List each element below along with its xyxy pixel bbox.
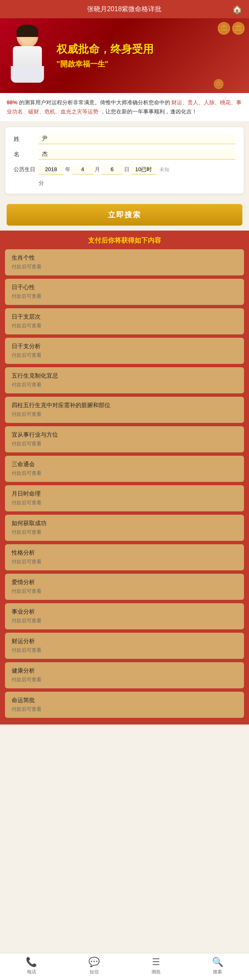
banner-image (7, 25, 52, 87)
content-item-subtitle: 付款后可查看 (12, 647, 237, 654)
content-item-subtitle: 付款后可查看 (12, 263, 237, 270)
description-percent: 98% (7, 99, 17, 106)
description-text-before: 的测算用户对运程分析非常满意。倚惟中大师准确分析您命中的 (19, 99, 170, 106)
description-text-after: ，让您在新的一年事事顺利，逢凶化吉！ (100, 108, 197, 115)
content-item-title: 财运分析 (12, 638, 237, 645)
content-item-title: 命运简批 (12, 697, 237, 704)
nav-icon-测批: ☰ (152, 957, 160, 968)
home-icon[interactable]: 🏠 (232, 4, 242, 14)
content-item-subtitle: 付款后可查看 (12, 676, 237, 683)
header-title: 张晓月2018紫微命格详批 (87, 5, 162, 14)
nav-label-测批: 测批 (151, 969, 161, 975)
hour-input[interactable] (131, 165, 156, 174)
content-item: 事业分析 付款后可查看 (5, 603, 244, 629)
nav-item-短信[interactable]: 💬 短信 (88, 957, 100, 975)
month-input[interactable] (72, 165, 93, 174)
form-section: 姓 名 公历生日 年 月 日 未知 分 (5, 127, 244, 194)
content-item-title: 健康分析 (12, 667, 237, 675)
content-item: 月日时命理 付款后可查看 (5, 485, 244, 511)
content-items-list: 生肖个性 付款后可查看 日干心性 付款后可查看 日干支层次 付款后可查看 日干支… (0, 249, 249, 718)
month-unit: 月 (95, 166, 100, 173)
content-item-subtitle: 付款后可查看 (12, 706, 237, 713)
content-item-subtitle: 付款后可查看 (12, 617, 237, 624)
nav-spacer (0, 725, 249, 754)
content-item: 财运分析 付款后可查看 (5, 633, 244, 659)
content-item: 命运简批 付款后可查看 (5, 692, 244, 718)
content-item: 日干心性 付款后可查看 (5, 279, 244, 305)
coin-decoration-2: 🪙 (213, 79, 224, 90)
content-item-subtitle: 付款后可查看 (12, 293, 237, 300)
nav-label-短信: 短信 (90, 969, 99, 975)
nav-icon-电话: 📞 (26, 957, 37, 968)
nav-label-搜索: 搜索 (213, 969, 222, 975)
description-section: 98% 的测算用户对运程分析非常满意。倚惟中大师准确分析您命中的 财运、贵人、人… (0, 93, 249, 122)
content-item-title: 月日时命理 (12, 490, 237, 498)
birthday-label: 公历生日 (14, 166, 39, 173)
surname-label: 姓 (14, 135, 39, 143)
date-row: 年 月 日 未知 (39, 165, 235, 174)
content-item-subtitle: 付款后可查看 (12, 440, 237, 447)
payment-section: 支付后你将获得如下内容 生肖个性 付款后可查看 日干心性 付款后可查看 日干支层… (0, 231, 249, 725)
content-item-title: 性格分析 (12, 549, 237, 557)
nav-item-电话[interactable]: 📞 电话 (26, 957, 37, 975)
content-item-title: 如何获取成功 (12, 520, 237, 527)
surname-input[interactable] (39, 134, 235, 144)
content-item-subtitle: 付款后可查看 (12, 411, 237, 418)
search-button[interactable]: 立即搜索 (7, 204, 242, 226)
content-item: 爱情分析 付款后可查看 (5, 574, 244, 600)
content-item: 五行生克制化宜忌 付款后可查看 (5, 367, 244, 393)
minute-label: 分 (39, 179, 44, 187)
content-item-subtitle: 付款后可查看 (12, 352, 237, 359)
content-item-title: 生肖个性 (12, 254, 237, 262)
form-row-minute: 分 (14, 179, 235, 187)
banner-text-area: 权威批命，终身受用 "開啟幸福一生" (52, 42, 242, 69)
content-item-title: 日干心性 (12, 284, 237, 291)
nav-icon-短信: 💬 (88, 957, 100, 968)
form-row-birthday: 公历生日 年 月 日 未知 (14, 165, 235, 174)
content-item-title: 五行生克制化宜忌 (12, 372, 237, 380)
content-item-subtitle: 付款后可查看 (12, 588, 237, 595)
nav-icon-搜索: 🔍 (212, 957, 223, 968)
day-input[interactable] (102, 165, 122, 174)
payment-section-title: 支付后你将获得如下内容 (0, 231, 249, 249)
banner-sub-text: "開啟幸福一生" (56, 59, 242, 69)
content-item: 四柱五行生克中对应需补的脏腑和部位 付款后可查看 (5, 397, 244, 423)
content-item: 日干支分析 付款后可查看 (5, 338, 244, 364)
content-item: 健康分析 付款后可查看 (5, 662, 244, 688)
nav-item-搜索[interactable]: 🔍 搜索 (212, 957, 223, 975)
content-item-title: 四柱五行生克中对应需补的脏腑和部位 (12, 402, 237, 409)
content-item: 三命通会 付款后可查看 (5, 456, 244, 482)
content-item: 日干支层次 付款后可查看 (5, 308, 244, 334)
year-input[interactable] (39, 165, 63, 174)
content-item-subtitle: 付款后可查看 (12, 499, 237, 506)
content-item-subtitle: 付款后可查看 (12, 558, 237, 565)
year-unit: 年 (65, 166, 71, 173)
coin-decoration: 🪙🪙 (217, 22, 246, 35)
nav-label-电话: 电话 (27, 969, 36, 975)
content-item-title: 日干支分析 (12, 343, 237, 350)
content-item: 如何获取成功 付款后可查看 (5, 515, 244, 541)
day-unit: 日 (124, 166, 129, 173)
content-item-subtitle: 付款后可查看 (12, 322, 237, 329)
app-header: 张晓月2018紫微命格详批 🏠 (0, 0, 249, 18)
content-item-subtitle: 付款后可查看 (12, 381, 237, 388)
form-row-surname: 姓 (14, 134, 235, 144)
content-item-subtitle: 付款后可查看 (12, 470, 237, 477)
unknown-label: 未知 (159, 166, 169, 173)
name-label: 名 (14, 151, 39, 158)
content-item: 宜从事行业与方位 付款后可查看 (5, 426, 244, 452)
bottom-nav: 📞 电话 💬 短信 ☰ 测批 🔍 搜索 (0, 953, 249, 980)
content-item-title: 宜从事行业与方位 (12, 431, 237, 439)
content-item: 生肖个性 付款后可查看 (5, 249, 244, 275)
content-item-title: 爱情分析 (12, 579, 237, 586)
nav-item-测批[interactable]: ☰ 测批 (151, 957, 161, 975)
form-row-name: 名 (14, 149, 235, 160)
content-item: 性格分析 付款后可查看 (5, 544, 244, 570)
content-item-title: 三命通会 (12, 461, 237, 468)
name-input[interactable] (39, 149, 235, 160)
content-item-title: 日干支层次 (12, 313, 237, 321)
search-btn-wrap: 立即搜索 (0, 199, 249, 231)
banner-main-text: 权威批命，终身受用 (56, 42, 242, 56)
banner: 🪙🪙 🪙 权威批命，终身受用 "開啟幸福一生" (0, 18, 249, 93)
content-item-subtitle: 付款后可查看 (12, 529, 237, 536)
